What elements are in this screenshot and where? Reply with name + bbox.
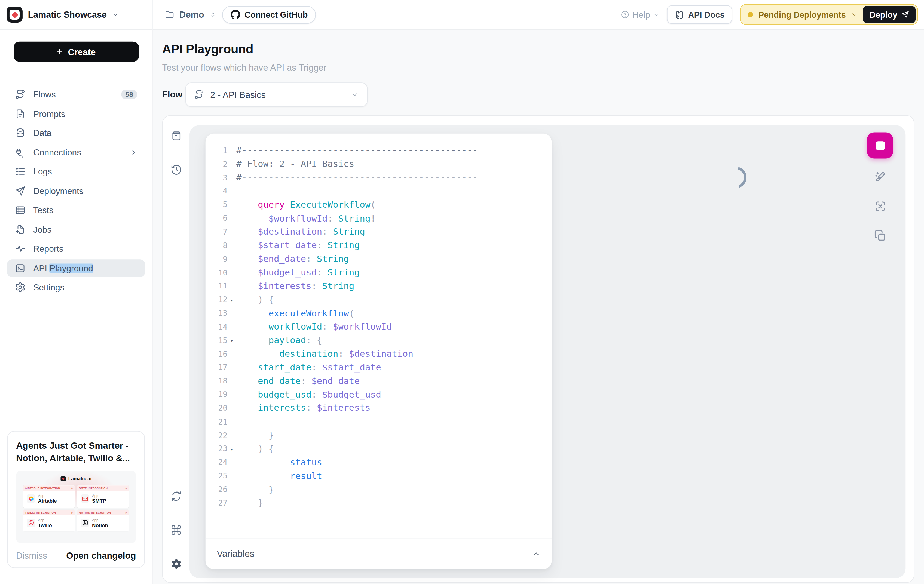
project-switcher[interactable]: Demo (165, 10, 216, 20)
fold-gutter (227, 177, 236, 178)
help-label: Help (632, 10, 650, 19)
code-line: 15▾ payload: { (206, 333, 552, 347)
workspace-switcher[interactable]: Lamatic Showcase (0, 0, 152, 30)
prettify-icon[interactable] (873, 170, 887, 183)
sidebar-item-label: API Playground (33, 263, 93, 273)
code-text: destination: $destination (236, 349, 413, 359)
promo-app-header: SMTP INTEGRATION (79, 487, 107, 490)
sidebar-item-label: Prompts (33, 109, 65, 118)
editor-settings-gear-icon[interactable] (170, 558, 182, 570)
sidebar-item-label: Reports (33, 244, 63, 253)
code-text: # Flow: 2 - API Basics (236, 159, 354, 169)
fold-gutter (227, 502, 236, 503)
sidebar-item-logs[interactable]: Logs (7, 163, 145, 181)
app-root: Lamatic Showcase + Create Flows58Prompts… (0, 0, 924, 584)
docs-book-icon[interactable] (170, 130, 182, 142)
fold-gutter (227, 245, 236, 246)
sidebar-item-settings[interactable]: Settings (7, 278, 145, 296)
sidebar-item-connections[interactable]: Connections (7, 143, 145, 161)
pending-status-dot (748, 12, 753, 17)
code-line: 17 start_date: $start_date (206, 360, 552, 374)
code-text: #---------------------------------------… (236, 145, 477, 156)
promo-app-card: NOTION INTEGRATION▸AppNotion (77, 510, 129, 531)
fold-gutter (227, 394, 236, 395)
fold-gutter (227, 421, 236, 422)
stop-execution-button[interactable] (867, 132, 893, 158)
code-text: executeWorkflow( (236, 308, 354, 318)
code-line: 6 $workflowId: String! (206, 211, 552, 225)
fold-gutter (227, 353, 236, 354)
chevron-right-icon (130, 148, 137, 156)
fold-gutter (227, 434, 236, 436)
create-button[interactable]: + Create (13, 42, 139, 62)
line-number: 20 (206, 403, 228, 413)
deploy-button[interactable]: Deploy (863, 6, 916, 23)
variables-bar[interactable]: Variables (206, 538, 552, 569)
create-button-label: Create (68, 46, 96, 57)
line-number: 17 (206, 363, 228, 372)
code-editor[interactable]: 1#--------------------------------------… (206, 133, 552, 538)
sidebar-item-prompts[interactable]: Prompts (7, 105, 145, 122)
promo-play-icon: ▸ (125, 511, 127, 514)
dismiss-button[interactable]: Dismiss (16, 550, 47, 560)
code-text: result (236, 470, 322, 481)
line-number: 4 (206, 187, 228, 196)
twilio-logo-icon (27, 519, 35, 527)
fold-gutter (227, 258, 236, 259)
copy-icon[interactable] (873, 229, 887, 243)
smtp-logo-icon (81, 495, 89, 503)
refresh-icon[interactable] (170, 490, 182, 502)
promo-app-name: Airtable (38, 498, 57, 504)
code-line: 16 destination: $destination (206, 347, 552, 360)
code-text: budget_usd: $budget_usd (236, 389, 381, 400)
sidebar-item-label: Settings (33, 283, 64, 292)
sidebar-item-api-playground[interactable]: API Playground (7, 259, 145, 277)
code-line: 4 (206, 184, 552, 198)
connect-github-button[interactable]: Connect GitHub (222, 6, 316, 23)
changelog-promo-image: Lamatic.ai AIRTABLE INTEGRATION▸AppAirta… (16, 471, 136, 543)
history-icon[interactable] (170, 164, 182, 176)
promo-app-kind: App (38, 517, 52, 522)
fold-gutter (227, 285, 236, 286)
fold-arrow-icon[interactable]: ▾ (227, 296, 236, 303)
fold-arrow-icon[interactable]: ▾ (227, 337, 236, 344)
fold-gutter (227, 462, 236, 463)
code-line: 3#--------------------------------------… (206, 171, 552, 184)
code-line: 20 interests: $interests (206, 401, 552, 415)
sidebar-item-data[interactable]: Data (7, 124, 145, 142)
page-subtitle: Test your flows which have API as Trigge… (162, 63, 327, 72)
line-number: 2 (206, 160, 228, 168)
fold-arrow-icon[interactable]: ▾ (227, 445, 236, 452)
help-menu[interactable]: Help (620, 10, 659, 19)
sidebar-item-tests[interactable]: Tests (7, 201, 145, 219)
changelog-card: Agents Just Got Smarter - Notion, Airtab… (7, 431, 145, 568)
stop-icon (876, 141, 884, 150)
plus-icon: + (56, 45, 63, 58)
pending-deployments-label[interactable]: Pending Deployments (759, 10, 846, 19)
code-line: 14 workflowId: $workflowId (206, 320, 552, 334)
code-line: 9 $end_date: String (206, 252, 552, 266)
sidebar-item-deployments[interactable]: Deployments (7, 182, 145, 200)
merge-fragments-icon[interactable] (873, 199, 887, 213)
code-text: ) { (236, 443, 274, 454)
command-shortcuts-icon[interactable] (170, 524, 182, 536)
code-text: } (236, 430, 274, 440)
sidebar-item-reports[interactable]: Reports (7, 240, 145, 257)
flow-select[interactable]: 2 - API Basics (185, 82, 368, 107)
sidebar-item-jobs[interactable]: Jobs (7, 220, 145, 238)
chevron-down-icon[interactable] (851, 11, 858, 18)
line-number: 15 (206, 336, 228, 345)
promo-app-card: SMTP INTEGRATION▸AppSMTP (77, 485, 129, 507)
chevron-up-icon (532, 550, 540, 558)
api-docs-button[interactable]: API Docs (667, 5, 733, 24)
line-number: 18 (206, 377, 228, 385)
sidebar-item-flows[interactable]: Flows58 (7, 86, 145, 103)
pending-deployments-pill: Pending Deployments Deploy (740, 4, 918, 25)
line-number: 22 (206, 431, 228, 440)
line-number: 16 (206, 349, 228, 359)
selected-text: Playground (50, 263, 93, 273)
promo-app-name: SMTP (92, 498, 106, 504)
lamatic-mini-logo-icon (61, 476, 66, 481)
open-changelog-button[interactable]: Open changelog (66, 550, 136, 560)
line-number: 9 (206, 255, 228, 263)
